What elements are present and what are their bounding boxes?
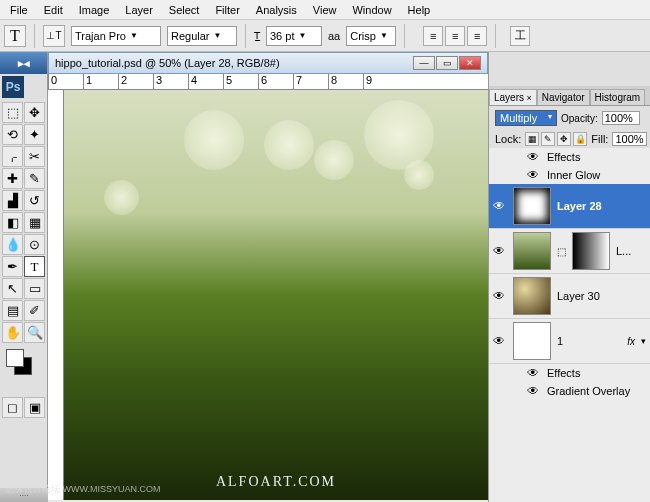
inner-glow-row[interactable]: 👁 Inner Glow xyxy=(489,166,650,184)
pen-tool[interactable]: ✒ xyxy=(2,256,23,277)
font-family-dropdown[interactable]: Trajan Pro ▼ xyxy=(71,26,161,46)
minimize-button[interactable]: — xyxy=(413,56,435,70)
quickmask-toggle[interactable]: ◻ xyxy=(2,397,23,418)
marquee-tool[interactable]: ⬚ xyxy=(2,102,23,123)
menu-layer[interactable]: Layer xyxy=(117,2,161,18)
horizontal-ruler[interactable]: 0 1 2 3 4 5 6 7 8 9 xyxy=(48,74,488,90)
font-style-dropdown[interactable]: Regular ▼ xyxy=(167,26,237,46)
layer-thumbnail[interactable] xyxy=(513,232,551,270)
ruler-tick: 2 xyxy=(118,74,153,89)
menu-window[interactable]: Window xyxy=(344,2,399,18)
wand-tool[interactable]: ✦ xyxy=(24,124,45,145)
move-tool[interactable]: ✥ xyxy=(24,102,45,123)
menu-help[interactable]: Help xyxy=(400,2,439,18)
lock-pixels-icon[interactable]: ✎ xyxy=(541,132,555,146)
layer-row-moss[interactable]: 👁 ⬚ L... xyxy=(489,229,650,274)
lock-all-icon[interactable]: 🔒 xyxy=(573,132,587,146)
antialias-label: aa xyxy=(328,30,340,42)
mask-thumbnail[interactable] xyxy=(572,232,610,270)
layer-thumbnail[interactable] xyxy=(513,187,551,225)
visibility-icon[interactable]: 👁 xyxy=(527,384,541,398)
ruler-tick: 8 xyxy=(328,74,363,89)
ruler-tick: 9 xyxy=(363,74,398,89)
hand-tool[interactable]: ✋ xyxy=(2,322,23,343)
menu-edit[interactable]: Edit xyxy=(36,2,71,18)
eraser-tool[interactable]: ◧ xyxy=(2,212,23,233)
fx-expand-icon[interactable]: ▾ xyxy=(641,336,646,346)
foreground-swatch[interactable] xyxy=(6,349,24,367)
align-center-button[interactable]: ≡ xyxy=(445,26,465,46)
effects-row[interactable]: 👁 Effects xyxy=(489,148,650,166)
stamp-tool[interactable]: ▟ xyxy=(2,190,23,211)
menu-select[interactable]: Select xyxy=(161,2,208,18)
screenmode-toggle[interactable]: ▣ xyxy=(24,397,45,418)
path-tool[interactable]: ↖ xyxy=(2,278,23,299)
menu-file[interactable]: File xyxy=(2,2,36,18)
align-right-button[interactable]: ≡ xyxy=(467,26,487,46)
layer-row-layer30[interactable]: 👁 Layer 30 xyxy=(489,274,650,319)
visibility-icon[interactable]: 👁 xyxy=(493,199,507,213)
slice-tool[interactable]: ✂ xyxy=(24,146,45,167)
shape-tool[interactable]: ▭ xyxy=(24,278,45,299)
fill-input[interactable]: 100% xyxy=(612,132,646,146)
blur-tool[interactable]: 💧 xyxy=(2,234,23,255)
visibility-icon[interactable]: 👁 xyxy=(493,244,507,258)
dodge-tool[interactable]: ⊙ xyxy=(24,234,45,255)
tab-navigator[interactable]: Navigator xyxy=(537,89,590,105)
visibility-icon[interactable]: 👁 xyxy=(527,150,541,164)
heal-tool[interactable]: ✚ xyxy=(2,168,23,189)
zoom-tool[interactable]: 🔍 xyxy=(24,322,45,343)
fx-badge[interactable]: fx xyxy=(627,336,635,347)
document-titlebar[interactable]: hippo_tutorial.psd @ 50% (Layer 28, RGB/… xyxy=(48,52,488,74)
crop-tool[interactable]: ⌌ xyxy=(2,146,23,167)
layer-name[interactable]: 1 xyxy=(557,335,563,347)
lock-position-icon[interactable]: ✥ xyxy=(557,132,571,146)
gradient-overlay-row[interactable]: 👁 Gradient Overlay xyxy=(489,382,650,400)
maximize-button[interactable]: ▭ xyxy=(436,56,458,70)
menu-image[interactable]: Image xyxy=(71,2,118,18)
history-brush-tool[interactable]: ↺ xyxy=(24,190,45,211)
mask-link-icon[interactable]: ⬚ xyxy=(557,246,566,257)
bokeh-blur xyxy=(314,140,354,180)
lasso-tool[interactable]: ⟲ xyxy=(2,124,23,145)
font-size-dropdown[interactable]: 36 pt ▼ xyxy=(266,26,322,46)
align-left-button[interactable]: ≡ xyxy=(423,26,443,46)
dropdown-arrow-icon: ▼ xyxy=(214,31,222,40)
tools-handle[interactable]: ▸◂ xyxy=(0,52,47,74)
tools-panel: ▸◂ Ps ⬚ ✥ ⟲ ✦ ⌌ ✂ ✚ ✎ ▟ ↺ ◧ ▦ 💧 ⊙ ✒ T ↖ … xyxy=(0,52,48,502)
color-swatches[interactable] xyxy=(0,345,47,389)
lock-transparency-icon[interactable]: ▦ xyxy=(525,132,539,146)
layer-name[interactable]: L... xyxy=(616,245,631,257)
warp-text-button[interactable]: 工 xyxy=(510,26,530,46)
layer-row-layer28[interactable]: 👁 Layer 28 xyxy=(489,184,650,229)
orientation-icon[interactable]: ⊥T xyxy=(43,25,65,47)
close-button[interactable]: ✕ xyxy=(459,56,481,70)
tab-histogram[interactable]: Histogram xyxy=(590,89,646,105)
gradient-tool[interactable]: ▦ xyxy=(24,212,45,233)
type-tool[interactable]: T xyxy=(24,256,45,277)
opacity-value: 100% xyxy=(605,112,633,124)
layer-row-layer1[interactable]: 👁 1 fx ▾ xyxy=(489,319,650,364)
visibility-icon[interactable]: 👁 xyxy=(527,168,541,182)
effects-row-2[interactable]: 👁 Effects xyxy=(489,364,650,382)
menu-view[interactable]: View xyxy=(305,2,345,18)
brush-tool[interactable]: ✎ xyxy=(24,168,45,189)
tools-grid: ⬚ ✥ ⟲ ✦ ⌌ ✂ ✚ ✎ ▟ ↺ ◧ ▦ 💧 ⊙ ✒ T ↖ ▭ ▤ ✐ … xyxy=(0,100,47,345)
layer-thumbnail[interactable] xyxy=(513,322,551,360)
antialias-dropdown[interactable]: Crisp ▼ xyxy=(346,26,396,46)
eyedropper-tool[interactable]: ✐ xyxy=(24,300,45,321)
visibility-icon[interactable]: 👁 xyxy=(527,366,541,380)
layer-thumbnail[interactable] xyxy=(513,277,551,315)
vertical-ruler[interactable] xyxy=(48,90,64,500)
layer-name[interactable]: Layer 28 xyxy=(557,200,602,212)
visibility-icon[interactable]: 👁 xyxy=(493,289,507,303)
canvas[interactable]: ALFOART.COM xyxy=(64,90,488,500)
tab-layers[interactable]: Layers xyxy=(489,89,537,105)
opacity-input[interactable]: 100% xyxy=(602,111,640,125)
menu-filter[interactable]: Filter xyxy=(207,2,247,18)
notes-tool[interactable]: ▤ xyxy=(2,300,23,321)
layer-name[interactable]: Layer 30 xyxy=(557,290,600,302)
blend-mode-dropdown[interactable]: Multiply ▾ xyxy=(495,110,557,126)
menu-analysis[interactable]: Analysis xyxy=(248,2,305,18)
visibility-icon[interactable]: 👁 xyxy=(493,334,507,348)
